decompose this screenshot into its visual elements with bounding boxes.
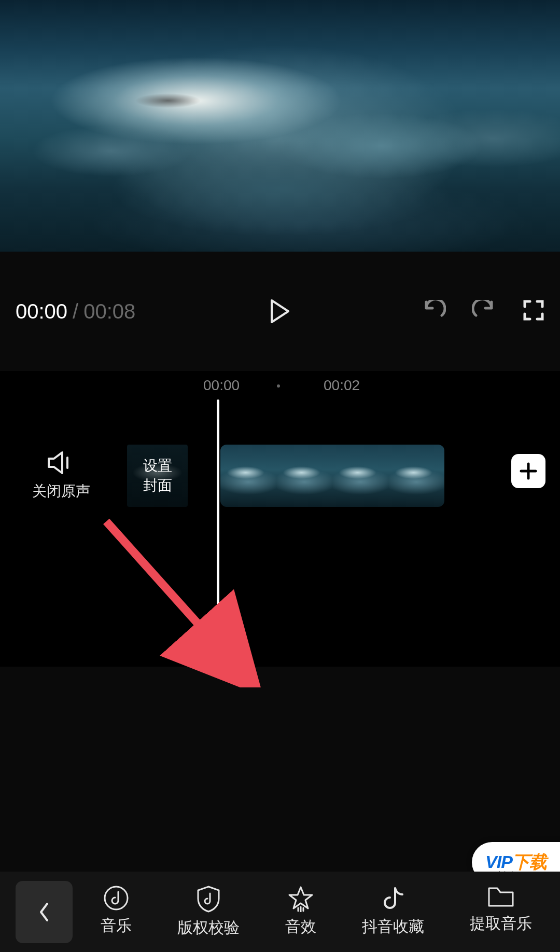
fullscreen-icon xyxy=(523,299,544,321)
tab-label: 音乐 xyxy=(101,915,132,936)
clip-thumbnail xyxy=(332,445,388,507)
clip-thumbnail xyxy=(220,445,276,507)
tab-label: 抖音收藏 xyxy=(362,916,424,937)
ruler-tick xyxy=(277,384,280,388)
fullscreen-button[interactable] xyxy=(523,299,544,323)
mute-original-audio-button[interactable]: 关闭原声 xyxy=(0,450,122,501)
chevron-left-icon xyxy=(38,902,50,922)
time-ruler: 00:00 00:02 xyxy=(0,377,560,398)
tab-label: 版权校验 xyxy=(177,917,240,939)
undo-button[interactable] xyxy=(421,300,446,323)
back-button[interactable] xyxy=(16,881,73,943)
tab-label: 提取音乐 xyxy=(470,913,532,934)
watermark-brand-right: 下载 xyxy=(512,852,547,872)
play-icon xyxy=(270,299,290,323)
clip-thumbnail xyxy=(388,445,444,507)
music-note-icon xyxy=(103,885,129,911)
timeline[interactable]: 00:00 00:02 关闭原声 设置 封面 xyxy=(0,371,560,667)
play-button[interactable] xyxy=(270,299,290,323)
shield-music-icon xyxy=(195,885,221,913)
svg-point-1 xyxy=(105,887,128,909)
timeline-track: 关闭原声 设置 封面 xyxy=(0,445,560,507)
set-cover-button[interactable]: 设置 封面 xyxy=(127,445,188,507)
star-sound-icon xyxy=(287,885,315,912)
tab-copyright-check[interactable]: 版权校验 xyxy=(177,885,240,939)
total-time: 00:08 xyxy=(83,300,135,323)
bottom-toolbar: 音乐 版权校验 音效 抖音收藏 提取音乐 xyxy=(0,872,560,952)
mute-label: 关闭原声 xyxy=(32,481,90,501)
redo-icon xyxy=(472,300,497,321)
folder-icon xyxy=(487,885,515,909)
douyin-icon xyxy=(381,885,405,912)
speaker-icon xyxy=(47,450,76,475)
video-clip[interactable] xyxy=(220,445,444,507)
plus-icon xyxy=(520,462,537,480)
video-preview[interactable] xyxy=(0,0,560,252)
preview-frame-image xyxy=(0,0,560,252)
tab-label: 音效 xyxy=(285,916,316,937)
tab-sound-effect[interactable]: 音效 xyxy=(285,885,316,939)
current-time: 00:00 xyxy=(16,300,67,323)
playhead[interactable] xyxy=(217,399,219,667)
tab-douyin-favorites[interactable]: 抖音收藏 xyxy=(362,885,424,939)
cover-label-l2: 封面 xyxy=(143,476,172,495)
time-separator: / xyxy=(73,300,78,323)
add-clip-button[interactable] xyxy=(511,454,545,488)
tab-extract-music[interactable]: 提取音乐 xyxy=(470,885,532,939)
time-display: 00:00 / 00:08 xyxy=(16,300,135,323)
ruler-mark: 00:00 xyxy=(203,377,240,394)
undo-icon xyxy=(421,300,446,321)
ruler-mark: 00:02 xyxy=(324,377,360,394)
playback-controls: 00:00 / 00:08 xyxy=(0,252,560,371)
redo-button[interactable] xyxy=(472,300,497,323)
watermark-brand-left: VIP xyxy=(485,852,512,872)
tab-music[interactable]: 音乐 xyxy=(101,885,132,939)
cover-label-l1: 设置 xyxy=(143,456,172,476)
clip-thumbnail xyxy=(276,445,332,507)
